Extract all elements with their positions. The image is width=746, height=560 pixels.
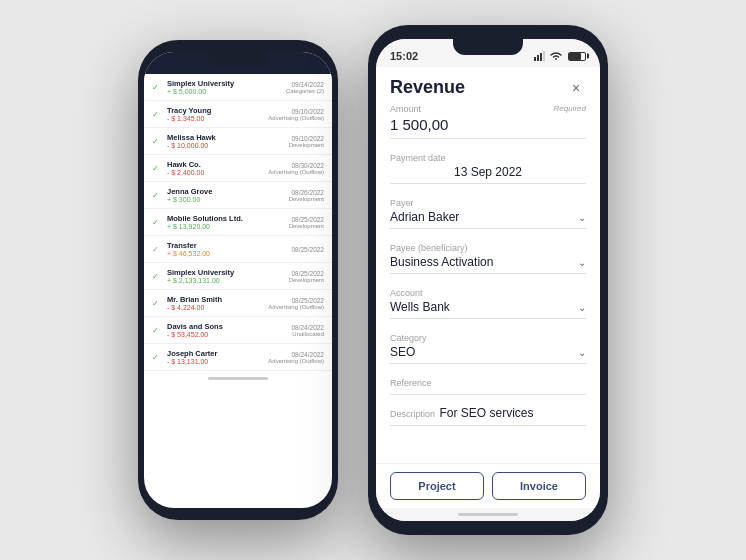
amount-label: Amount — [390, 104, 421, 114]
revenue-title: Revenue — [390, 77, 465, 98]
transaction-item[interactable]: ✓Mobile Solutions Ltd.+ $ 13,920.0008/25… — [144, 209, 332, 236]
tx-date: 09/10/2022 — [289, 135, 324, 142]
invoice-button[interactable]: Invoice — [492, 472, 586, 500]
category-dropdown-icon[interactable]: ⌄ — [578, 347, 586, 358]
svg-rect-0 — [534, 57, 536, 61]
tx-category: Development — [289, 277, 324, 283]
payment-date-value[interactable]: 13 Sep 2022 — [390, 165, 586, 179]
description-value[interactable]: For SEO services — [439, 406, 533, 420]
left-phone: ✓Simplex University+ $ 5,000.0009/14/202… — [138, 40, 338, 520]
check-icon: ✓ — [152, 191, 162, 200]
account-label: Account — [390, 288, 423, 298]
payment-date-label: Payment date — [390, 153, 446, 163]
check-icon: ✓ — [152, 299, 162, 308]
tx-amount: - $ 10,000.00 — [167, 142, 284, 149]
tx-body: Joseph Carter- $ 13,131.00 — [167, 349, 263, 365]
tx-category: Advertising (Outflow) — [268, 169, 324, 175]
tx-right: 08/24/2022Advertising (Outflow) — [268, 351, 324, 364]
tx-name: Transfer — [167, 241, 286, 250]
tx-amount: + $ 46,532.00 — [167, 250, 286, 257]
check-icon: ✓ — [152, 326, 162, 335]
tx-right: 08/25/2022Development — [289, 270, 324, 283]
status-icons — [534, 51, 586, 61]
category-label: Category — [390, 333, 427, 343]
right-home-bar — [458, 513, 518, 516]
transaction-item[interactable]: ✓Simplex University+ $ 2,133,131.0008/25… — [144, 263, 332, 290]
tx-right: 08/24/2022Unallocated — [291, 324, 324, 337]
tx-body: Transfer+ $ 46,532.00 — [167, 241, 286, 257]
tx-name: Mr. Brian Smith — [167, 295, 263, 304]
tx-name: Tracy Young — [167, 106, 263, 115]
payee-value[interactable]: Business Activation — [390, 255, 493, 269]
tx-category: Advertising (Outflow) — [268, 304, 324, 310]
payee-label: Payee (beneficiary) — [390, 243, 468, 253]
tx-date: 08/24/2022 — [291, 324, 324, 331]
tx-amount: - $ 53,452.00 — [167, 331, 286, 338]
transaction-item[interactable]: ✓Transfer+ $ 46,532.0008/25/2022 — [144, 236, 332, 263]
tx-category: Advertising (Outflow) — [268, 115, 324, 121]
description-field: Description For SEO services — [390, 403, 586, 426]
transaction-item[interactable]: ✓Simplex University+ $ 5,000.0009/14/202… — [144, 74, 332, 101]
transaction-item[interactable]: ✓Mr. Brian Smith- $ 4,224.0008/25/2022Ad… — [144, 290, 332, 317]
tx-date: 08/30/2022 — [268, 162, 324, 169]
tx-right: 08/25/2022 — [291, 246, 324, 253]
tx-category: Development — [289, 223, 324, 229]
tx-date: 08/25/2022 — [268, 297, 324, 304]
tx-name: Melissa Hawk — [167, 133, 284, 142]
tx-right: 09/10/2022Development — [289, 135, 324, 148]
tx-category: Advertising (Outflow) — [268, 358, 324, 364]
tx-category: Categories (2) — [286, 88, 324, 94]
tx-date: 09/10/2022 — [268, 108, 324, 115]
signal-icon — [534, 51, 546, 61]
home-bar — [208, 377, 268, 380]
right-phone-screen: 15:02 — [376, 39, 600, 521]
reference-value[interactable] — [436, 375, 439, 389]
tx-name: Jenna Grove — [167, 187, 284, 196]
payee-dropdown-icon[interactable]: ⌄ — [578, 257, 586, 268]
left-phone-notch — [208, 52, 268, 66]
tx-date: 08/24/2022 — [268, 351, 324, 358]
tx-date: 08/25/2022 — [289, 270, 324, 277]
account-dropdown-icon[interactable]: ⌄ — [578, 302, 586, 313]
tx-date: 08/25/2022 — [291, 246, 324, 253]
check-icon: ✓ — [152, 83, 162, 92]
account-value[interactable]: Wells Bank — [390, 300, 450, 314]
tx-date: 08/26/2022 — [289, 189, 324, 196]
right-phone-notch — [453, 39, 523, 55]
transaction-item[interactable]: ✓Davis and Sons- $ 53,452.0008/24/2022Un… — [144, 317, 332, 344]
transaction-item[interactable]: ✓Jenna Grove+ $ 300.0008/26/2022Developm… — [144, 182, 332, 209]
svg-rect-3 — [543, 51, 545, 61]
tx-name: Davis and Sons — [167, 322, 286, 331]
tx-name: Hawk Co. — [167, 160, 263, 169]
amount-value[interactable]: 1 500,00 — [390, 116, 448, 133]
transaction-item[interactable]: ✓Joseph Carter- $ 13,131.0008/24/2022Adv… — [144, 344, 332, 371]
svg-rect-1 — [537, 55, 539, 61]
svg-rect-2 — [540, 53, 542, 61]
transaction-item[interactable]: ✓Tracy Young- $ 1,345.0009/10/2022Advert… — [144, 101, 332, 128]
check-icon: ✓ — [152, 110, 162, 119]
transaction-item[interactable]: ✓Melissa Hawk- $ 10,000.0009/10/2022Deve… — [144, 128, 332, 155]
tx-body: Tracy Young- $ 1,345.00 — [167, 106, 263, 122]
tx-date: 08/25/2022 — [289, 216, 324, 223]
category-value[interactable]: SEO — [390, 345, 415, 359]
wifi-icon — [550, 51, 562, 61]
payer-dropdown-icon[interactable]: ⌄ — [578, 212, 586, 223]
tx-amount: + $ 13,920.00 — [167, 223, 284, 230]
revenue-header: Revenue × — [376, 67, 600, 104]
tx-body: Melissa Hawk- $ 10,000.00 — [167, 133, 284, 149]
account-field: Account Wells Bank ⌄ — [390, 282, 586, 319]
tx-right: 08/25/2022Advertising (Outflow) — [268, 297, 324, 310]
payer-value[interactable]: Adrian Baker — [390, 210, 459, 224]
tx-body: Jenna Grove+ $ 300.00 — [167, 187, 284, 203]
transaction-list: ✓Simplex University+ $ 5,000.0009/14/202… — [144, 74, 332, 371]
payer-field: Payer Adrian Baker ⌄ — [390, 192, 586, 229]
check-icon: ✓ — [152, 353, 162, 362]
status-time: 15:02 — [390, 50, 418, 62]
payment-date-field: Payment date 13 Sep 2022 — [390, 147, 586, 184]
transaction-item[interactable]: ✓Hawk Co.- $ 2,400.0008/30/2022Advertisi… — [144, 155, 332, 182]
tx-right: 08/30/2022Advertising (Outflow) — [268, 162, 324, 175]
tx-category: Development — [289, 196, 324, 202]
project-button[interactable]: Project — [390, 472, 484, 500]
close-button[interactable]: × — [566, 78, 586, 98]
tx-right: 08/25/2022Development — [289, 216, 324, 229]
